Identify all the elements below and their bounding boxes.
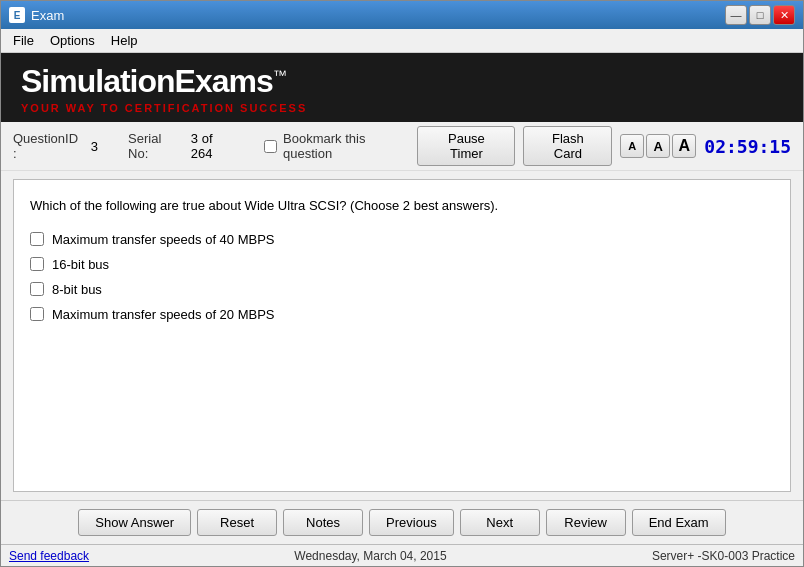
answer-text-opt2: 16-bit bus <box>52 257 109 272</box>
serial-row: Serial No: 3 of 264 Bookmark this questi… <box>128 131 417 161</box>
question-id-row: QuestionID : 3 <box>13 131 98 161</box>
question-area: Which of the following are true about Wi… <box>1 171 803 500</box>
bookmark-label: Bookmark this question <box>283 131 417 161</box>
question-text: Which of the following are true about Wi… <box>30 196 774 216</box>
font-size-controls: A A A <box>620 134 696 158</box>
bottom-bar: Show Answer Reset Notes Previous Next Re… <box>1 500 803 544</box>
reset-button[interactable]: Reset <box>197 509 277 536</box>
question-id-label: QuestionID : <box>13 131 85 161</box>
menu-bar: File Options Help <box>1 29 803 53</box>
font-medium-button[interactable]: A <box>646 134 670 158</box>
previous-button[interactable]: Previous <box>369 509 454 536</box>
answer-text-opt3: 8-bit bus <box>52 282 102 297</box>
question-box: Which of the following are true about Wi… <box>13 179 791 492</box>
end-exam-button[interactable]: End Exam <box>632 509 726 536</box>
status-date: Wednesday, March 04, 2015 <box>294 549 446 563</box>
checkbox-opt3[interactable] <box>30 282 44 296</box>
menu-file[interactable]: File <box>5 31 42 50</box>
menu-help[interactable]: Help <box>103 31 146 50</box>
show-answer-button[interactable]: Show Answer <box>78 509 191 536</box>
review-button[interactable]: Review <box>546 509 626 536</box>
serial-label: Serial No: <box>128 131 185 161</box>
banner-title: SimulationExams™ <box>21 63 286 100</box>
maximize-button[interactable]: □ <box>749 5 771 25</box>
checkbox-opt2[interactable] <box>30 257 44 271</box>
font-small-button[interactable]: A <box>620 134 644 158</box>
answer-option-4: Maximum transfer speeds of 20 MBPS <box>30 307 774 322</box>
answer-option-3: 8-bit bus <box>30 282 774 297</box>
answer-text-opt4: Maximum transfer speeds of 20 MBPS <box>52 307 275 322</box>
minimize-button[interactable]: — <box>725 5 747 25</box>
banner-subtitle: YOUR WAY TO CERTIFICATION SUCCESS <box>21 102 307 114</box>
checkbox-opt4[interactable] <box>30 307 44 321</box>
answer-text-opt1: Maximum transfer speeds of 40 MBPS <box>52 232 275 247</box>
meta-left: QuestionID : 3 Serial No: 3 of 264 Bookm… <box>13 131 417 161</box>
bookmark-checkbox[interactable] <box>264 140 277 153</box>
answer-option-1: Maximum transfer speeds of 40 MBPS <box>30 232 774 247</box>
font-large-button[interactable]: A <box>672 134 696 158</box>
next-button[interactable]: Next <box>460 509 540 536</box>
send-feedback-link[interactable]: Send feedback <box>9 549 89 563</box>
flash-card-button[interactable]: Flash Card <box>523 126 612 166</box>
notes-button[interactable]: Notes <box>283 509 363 536</box>
question-id-value: 3 <box>91 139 98 154</box>
app-icon: E <box>9 7 25 23</box>
pause-timer-button[interactable]: Pause Timer <box>417 126 515 166</box>
close-button[interactable]: ✕ <box>773 5 795 25</box>
menu-options[interactable]: Options <box>42 31 103 50</box>
answer-option-2: 16-bit bus <box>30 257 774 272</box>
status-bar: Send feedback Wednesday, March 04, 2015 … <box>1 544 803 566</box>
info-right: Pause Timer Flash Card A A A 02:59:15 <box>417 126 791 166</box>
timer-display: 02:59:15 <box>704 136 791 157</box>
title-bar: E Exam — □ ✕ <box>1 1 803 29</box>
checkbox-opt1[interactable] <box>30 232 44 246</box>
meta-bar: QuestionID : 3 Serial No: 3 of 264 Bookm… <box>1 122 803 171</box>
serial-value: 3 of 264 <box>191 131 238 161</box>
window-title: Exam <box>31 8 725 23</box>
window-controls: — □ ✕ <box>725 5 795 25</box>
banner: SimulationExams™ YOUR WAY TO CERTIFICATI… <box>1 53 803 122</box>
main-window: E Exam — □ ✕ File Options Help Simulatio… <box>0 0 804 567</box>
status-exam: Server+ -SK0-003 Practice <box>652 549 795 563</box>
